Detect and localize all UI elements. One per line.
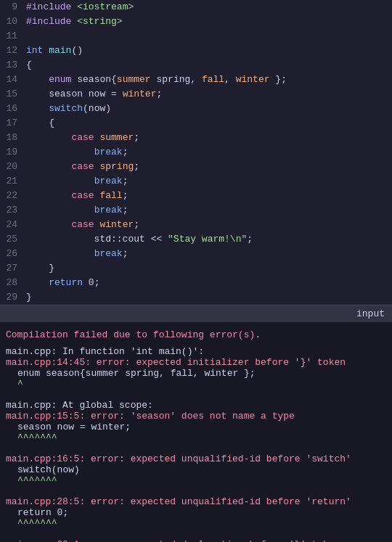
error-caret: ^^^^^^^ <box>0 432 392 443</box>
line-content: #include <string> <box>26 15 392 29</box>
error-code: return 0; <box>0 507 392 518</box>
line-content: } <box>26 261 392 276</box>
line-number: 9 <box>0 0 26 15</box>
error-block-2: main.cpp: At global scope: main.cpp:15:5… <box>0 398 392 445</box>
error-block-3: main.cpp:16:5: error: expected unqualifi… <box>0 452 392 488</box>
line-content: { <box>26 58 392 73</box>
line-number: 12 <box>0 44 26 58</box>
error-location: main.cpp:28:5: error: expected unqualifi… <box>0 496 392 507</box>
line-content: } <box>26 290 392 305</box>
error-location: main.cpp:14:45: error: expected initiali… <box>0 357 392 368</box>
line-number: 16 <box>0 102 26 116</box>
error-location: main.cpp:15:5: error: 'season' does not … <box>0 411 392 422</box>
line-number: 20 <box>0 160 26 174</box>
error-block-4: main.cpp:28:5: error: expected unqualifi… <box>0 495 392 530</box>
input-label: input <box>356 308 385 319</box>
compile-error-header: Compilation failed due to following erro… <box>0 328 392 345</box>
error-desc: main.cpp: At global scope: <box>0 400 392 411</box>
line-number: 19 <box>0 145 26 160</box>
line-content: case fall; <box>26 189 392 203</box>
line-number: 13 <box>0 58 26 73</box>
code-editor: 9 #include <iostream> 10 #include <strin… <box>0 0 392 305</box>
compile-fail-text: Compilation failed due to following erro… <box>6 329 261 340</box>
line-number: 11 <box>0 29 26 44</box>
line-content: std::cout << "Stay warm!\n"; <box>26 232 392 247</box>
line-content: return 0; <box>26 276 392 290</box>
code-line-27: 27 } <box>0 261 392 276</box>
code-line-29: 29 } <box>0 290 392 305</box>
line-number: 25 <box>0 232 26 247</box>
line-content: #include <iostream> <box>26 0 392 15</box>
error-location: main.cpp:29:1: error: expected declarati… <box>0 539 392 542</box>
code-line-14: 14 enum season{summer spring, fall, wint… <box>0 73 392 87</box>
line-content: switch(now) <box>26 102 392 116</box>
code-line-24: 24 case winter; <box>0 218 392 232</box>
line-number: 22 <box>0 189 26 203</box>
code-line-26: 26 break; <box>0 247 392 261</box>
line-number: 15 <box>0 87 26 102</box>
error-code: season now = winter; <box>0 422 392 432</box>
code-line-28: 28 return 0; <box>0 276 392 290</box>
line-content: int main() <box>26 44 392 58</box>
line-number: 26 <box>0 247 26 261</box>
code-line-17: 17 { <box>0 116 392 131</box>
line-number: 18 <box>0 131 26 145</box>
code-line-25: 25 std::cout << "Stay warm!\n"; <box>0 232 392 247</box>
line-content <box>26 29 392 44</box>
code-line-11: 11 <box>0 29 392 44</box>
code-line-18: 18 case summer; <box>0 131 392 145</box>
line-content: enum season{summer spring, fall, winter … <box>26 73 392 87</box>
code-line-13: 13 { <box>0 58 392 73</box>
error-code: switch(now) <box>0 464 392 475</box>
code-line-19: 19 break; <box>0 145 392 160</box>
code-line-12: 12 int main() <box>0 44 392 58</box>
line-content: break; <box>26 247 392 261</box>
line-number: 24 <box>0 218 26 232</box>
line-content: break; <box>26 174 392 189</box>
error-caret: ^^^^^^^ <box>0 518 392 529</box>
output-area: Compilation failed due to following erro… <box>0 322 392 542</box>
code-line-20: 20 case spring; <box>0 160 392 174</box>
error-location: main.cpp:16:5: error: expected unqualifi… <box>0 453 392 464</box>
code-line-21: 21 break; <box>0 174 392 189</box>
error-caret: ^^^^^^^ <box>0 475 392 486</box>
code-line-15: 15 season now = winter; <box>0 87 392 102</box>
line-content: { <box>26 116 392 131</box>
line-number: 10 <box>0 15 26 29</box>
code-line-9: 9 #include <iostream> <box>0 0 392 15</box>
code-line-16: 16 switch(now) <box>0 102 392 116</box>
error-block-5: main.cpp:29:1: error: expected declarati… <box>0 538 392 542</box>
line-content: case summer; <box>26 131 392 145</box>
code-line-23: 23 break; <box>0 203 392 218</box>
line-content: case spring; <box>26 160 392 174</box>
line-number: 21 <box>0 174 26 189</box>
input-bar: input <box>0 305 392 322</box>
error-code: enum season{summer spring, fall, winter … <box>0 368 392 379</box>
code-line-10: 10 #include <string> <box>0 15 392 29</box>
line-number: 14 <box>0 73 26 87</box>
line-content: case winter; <box>26 218 392 232</box>
error-caret: ^ <box>0 379 392 390</box>
line-content: season now = winter; <box>26 87 392 102</box>
line-number: 29 <box>0 290 26 305</box>
line-number: 27 <box>0 261 26 276</box>
error-block-1: main.cpp: In function 'int main()': main… <box>0 345 392 391</box>
line-number: 23 <box>0 203 26 218</box>
line-number: 17 <box>0 116 26 131</box>
line-content: break; <box>26 145 392 160</box>
line-content: break; <box>26 203 392 218</box>
error-desc: main.cpp: In function 'int main()': <box>0 346 392 357</box>
line-number: 28 <box>0 276 26 290</box>
code-line-22: 22 case fall; <box>0 189 392 203</box>
